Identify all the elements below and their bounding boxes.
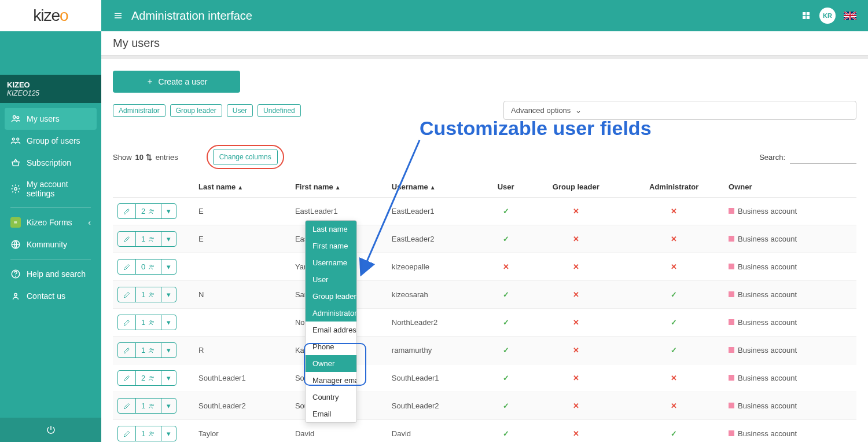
table-row: 2 ▾ E EastLeader1 EastLeader1 ✓ ✕ ✕ Busi… (113, 198, 856, 225)
more-button[interactable]: ▾ (161, 260, 176, 274)
sidebar-item-contact[interactable]: Contact us (5, 285, 97, 307)
edit-button[interactable] (118, 343, 136, 357)
groups-button[interactable]: 1 (136, 399, 161, 413)
flag-uk-icon[interactable] (844, 12, 856, 20)
groups-button[interactable]: 1 (136, 426, 161, 441)
avatar[interactable]: KR (819, 8, 836, 24)
role-filter-user[interactable]: User (227, 104, 253, 117)
col-group-leader[interactable]: Group leader (528, 177, 624, 198)
cell-group-leader: ✕ (528, 364, 624, 392)
menu-icon[interactable] (113, 10, 123, 21)
advanced-options[interactable]: Advanced options ⌄ (503, 101, 856, 120)
change-columns-button[interactable]: Change columns (213, 149, 278, 165)
edit-button[interactable] (118, 371, 136, 385)
table-row: 1 ▾ Taylor David David ✓ ✕ ✓ Business ac… (113, 420, 856, 443)
sidebar-item-help[interactable]: Help and search (5, 263, 97, 285)
svg-point-23 (153, 321, 154, 322)
row-actions: 1 ▾ (117, 315, 176, 330)
svg-point-0 (13, 116, 16, 119)
sidebar-item-kizeo-forms[interactable]: ≡ Kizeo Forms ‹ (5, 211, 97, 233)
role-filter-undefined[interactable]: Undefined (258, 104, 301, 117)
row-actions: 2 ▾ (117, 203, 176, 219)
search-input[interactable] (790, 150, 856, 164)
apps-icon[interactable] (801, 10, 811, 21)
svg-point-3 (17, 138, 19, 140)
column-option[interactable]: User (306, 271, 356, 288)
power-button[interactable] (0, 418, 101, 442)
sidebar-item-label: Kommunity (27, 240, 67, 249)
plus-icon: ＋ (146, 76, 154, 87)
groups-button[interactable]: 1 (136, 232, 161, 246)
sidebar-item-label: Contact us (27, 291, 65, 301)
svg-point-2 (12, 138, 14, 140)
groups-button[interactable]: 1 (136, 343, 161, 357)
sidebar-item-subscription[interactable]: Subscription (5, 152, 97, 174)
column-option[interactable]: Last name (306, 221, 356, 238)
edit-button[interactable] (118, 426, 136, 441)
logo[interactable]: kizeo (0, 0, 101, 31)
col-administrator[interactable]: Administrator (624, 177, 724, 198)
col-owner[interactable]: Owner (724, 177, 856, 198)
cell-group-leader: ✕ (528, 337, 624, 364)
cell-last-name: Taylor (194, 420, 290, 443)
column-option[interactable]: Manager email (306, 372, 356, 389)
cell-username: SouthLeader1 (387, 364, 484, 392)
more-button[interactable]: ▾ (161, 426, 176, 441)
more-button[interactable]: ▾ (161, 315, 176, 330)
more-button[interactable]: ▾ (161, 343, 176, 357)
more-button[interactable]: ▾ (161, 399, 176, 413)
sidebar-item-kommunity[interactable]: Kommunity (5, 233, 97, 255)
edit-button[interactable] (118, 260, 136, 274)
edit-button[interactable] (118, 232, 136, 246)
cell-user: ✓ (484, 198, 528, 225)
cell-username: David (387, 420, 484, 443)
column-option[interactable]: Administrator (306, 305, 356, 322)
col-first-name[interactable]: First name▲ (290, 177, 387, 198)
groups-button[interactable]: 0 (136, 260, 161, 274)
more-button[interactable]: ▾ (161, 232, 176, 246)
sidebar-item-label: My users (27, 114, 60, 123)
sidebar-item-group-of-users[interactable]: Group of users (5, 130, 97, 152)
groups-button[interactable]: 2 (136, 204, 161, 218)
entries-selector: Show 10 ⇅ entries (113, 153, 178, 162)
column-option[interactable]: Email (306, 406, 356, 422)
change-columns-dropdown: Last nameFirst nameUsernameUserGroup lea… (305, 220, 357, 423)
basket-icon (10, 158, 21, 168)
row-actions: 1 ▾ (117, 231, 176, 247)
edit-button[interactable] (118, 287, 136, 302)
topbar: Administration interface KR (101, 0, 868, 31)
column-option[interactable]: Phone (306, 338, 356, 355)
page-size-select[interactable]: 10 ⇅ (135, 153, 152, 162)
role-filter-administrator[interactable]: Administrator (113, 104, 165, 117)
more-button[interactable]: ▾ (161, 287, 176, 302)
column-option[interactable]: Email address (306, 322, 356, 338)
column-option[interactable]: Group leader (306, 288, 356, 305)
table-row: 0 ▾ Yannis kizeoepalle ✕ ✕ ✕ Business ac… (113, 253, 856, 281)
more-button[interactable]: ▾ (161, 371, 176, 385)
col-user[interactable]: User (484, 177, 528, 198)
cell-owner: Business account (724, 364, 856, 392)
groups-button[interactable]: 1 (136, 315, 161, 330)
table-row: 2 ▾ SouthLeader1 SouthLeader1 SouthLeade… (113, 364, 856, 392)
more-button[interactable]: ▾ (161, 204, 176, 218)
groups-button[interactable]: 1 (136, 287, 161, 302)
col-username[interactable]: Username▲ (387, 177, 484, 198)
column-option[interactable]: First name (306, 238, 356, 254)
role-filter-group-leader[interactable]: Group leader (170, 104, 222, 117)
svg-point-28 (150, 404, 152, 406)
sidebar-item-account-settings[interactable]: My account settings (5, 174, 97, 204)
cell-owner: Business account (724, 392, 856, 420)
sidebar-item-my-users[interactable]: My users (5, 108, 97, 130)
column-option[interactable]: Country (306, 389, 356, 406)
edit-button[interactable] (118, 315, 136, 330)
edit-button[interactable] (118, 204, 136, 218)
groups-button[interactable]: 2 (136, 371, 161, 385)
create-user-button[interactable]: ＋ Create a user (113, 71, 240, 93)
col-last-name[interactable]: Last name▲ (194, 177, 290, 198)
contact-icon (10, 291, 21, 301)
column-option[interactable]: Owner (306, 355, 356, 372)
create-user-label: Create a user (159, 77, 208, 86)
edit-button[interactable] (118, 399, 136, 413)
cell-user: ✓ (484, 309, 528, 337)
column-option[interactable]: Username (306, 254, 356, 271)
